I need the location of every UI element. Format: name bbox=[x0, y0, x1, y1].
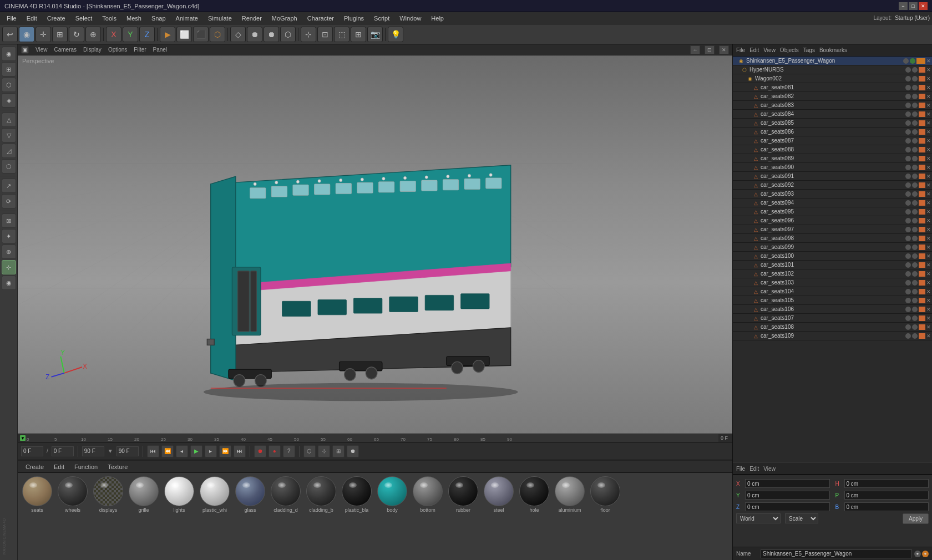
obj-render-20[interactable] bbox=[912, 245, 918, 250]
left-mode-btn-4[interactable]: ◈ bbox=[2, 93, 16, 108]
frame-start-input[interactable] bbox=[21, 446, 43, 456]
menu-select[interactable]: Select bbox=[71, 14, 97, 23]
obj-render-11[interactable] bbox=[912, 165, 918, 170]
obj-render-13[interactable] bbox=[912, 182, 918, 188]
left-mode-btn-3[interactable]: ⬡ bbox=[2, 78, 16, 92]
obj-render-2[interactable] bbox=[912, 85, 918, 90]
obj-menu-file[interactable]: File bbox=[736, 47, 745, 53]
obj-vis-13[interactable] bbox=[905, 182, 911, 188]
obj-row-13[interactable]: △ car_seats092 ✕ bbox=[733, 181, 932, 190]
menu-tools[interactable]: Tools bbox=[98, 14, 121, 23]
obj-row-3[interactable]: △ car_seats082 ✕ bbox=[733, 92, 932, 101]
material-item-cladding_b[interactable]: cladding_b bbox=[305, 476, 337, 513]
material-item-grille[interactable]: grille bbox=[128, 476, 160, 513]
obj-row-11[interactable]: △ car_seats090 ✕ bbox=[733, 163, 932, 172]
xray-btn[interactable]: ⊞ bbox=[351, 27, 366, 42]
obj-row-29[interactable]: △ car_seats108 ✕ bbox=[733, 323, 932, 332]
minimize-button[interactable]: − bbox=[899, 2, 908, 10]
prev-key-btn[interactable]: ◂ bbox=[176, 445, 188, 457]
timeline-ruler[interactable]: 0 5 10 15 20 25 30 35 40 45 50 55 bbox=[26, 434, 718, 442]
y-axis-button[interactable]: Y bbox=[123, 27, 138, 42]
coord-mode-select[interactable]: Scale Size bbox=[785, 513, 818, 523]
material-item-glass[interactable]: glass bbox=[234, 476, 266, 513]
obj-row-8[interactable]: △ car_seats087 ✕ bbox=[733, 136, 932, 145]
view-tab-cameras[interactable]: Cameras bbox=[52, 46, 79, 53]
obj-vis-29[interactable] bbox=[905, 324, 911, 330]
root-render-ctrl[interactable] bbox=[910, 58, 915, 64]
obj-render-26[interactable] bbox=[912, 298, 918, 303]
lower-tab-file[interactable]: File bbox=[736, 466, 745, 472]
menu-character[interactable]: Character bbox=[303, 14, 338, 23]
prev-frame-btn[interactable]: ⏪ bbox=[161, 445, 174, 457]
move-button[interactable]: ✛ bbox=[36, 27, 51, 42]
view-tab-options[interactable]: Options bbox=[106, 46, 129, 53]
material-item-wheels[interactable]: wheels bbox=[57, 476, 89, 513]
obj-vis-20[interactable] bbox=[905, 245, 911, 250]
render-region2-btn[interactable]: ⬛ bbox=[193, 27, 209, 42]
viewport[interactable]: Perspective bbox=[18, 55, 732, 434]
obj-render-27[interactable] bbox=[912, 307, 918, 312]
material-item-displays[interactable]: displays bbox=[92, 476, 124, 513]
obj-row-30[interactable]: △ car_seats109 ✕ bbox=[733, 332, 932, 340]
material-item-bottom[interactable]: bottom bbox=[412, 476, 444, 513]
obj-vis-30[interactable] bbox=[905, 333, 911, 339]
menu-help[interactable]: Help bbox=[427, 14, 448, 23]
obj-row-9[interactable]: △ car_seats088 ✕ bbox=[733, 145, 932, 154]
obj-vis-23[interactable] bbox=[905, 271, 911, 277]
left-mode-btn-7[interactable]: ◿ bbox=[2, 144, 16, 158]
obj-row-15[interactable]: △ car_seats094 ✕ bbox=[733, 198, 932, 207]
left-mode-btn-13[interactable]: ⊛ bbox=[2, 245, 16, 259]
obj-render-23[interactable] bbox=[912, 271, 918, 277]
name-field-input[interactable] bbox=[761, 549, 912, 558]
obj-vis-5[interactable] bbox=[905, 111, 911, 117]
obj-row-21[interactable]: △ car_seats100 ✕ bbox=[733, 252, 932, 261]
material-item-cladding_d[interactable]: cladding_d bbox=[270, 476, 302, 513]
anim-auto-btn[interactable]: ⏺ bbox=[264, 27, 279, 42]
obj-render-29[interactable] bbox=[912, 324, 918, 330]
obj-row-1[interactable]: ◉ Wagon002 ✕ bbox=[733, 74, 932, 83]
left-mode-btn-5[interactable]: △ bbox=[2, 113, 16, 127]
obj-vis-21[interactable] bbox=[905, 253, 911, 259]
material-item-steel[interactable]: steel bbox=[483, 476, 515, 513]
obj-menu-tags[interactable]: Tags bbox=[803, 47, 815, 53]
obj-render-4[interactable] bbox=[912, 103, 918, 108]
obj-render-14[interactable] bbox=[912, 191, 918, 197]
obj-vis-3[interactable] bbox=[905, 94, 911, 99]
render-btn[interactable]: ▶ bbox=[160, 27, 175, 42]
left-mode-btn-11[interactable]: ⊠ bbox=[2, 213, 16, 228]
scale-button[interactable]: ⊞ bbox=[52, 27, 68, 42]
render-region-btn[interactable]: ⬜ bbox=[176, 27, 192, 42]
anim-record-btn[interactable]: ⏺ bbox=[247, 27, 262, 42]
obj-render-25[interactable] bbox=[912, 289, 918, 294]
menu-snap[interactable]: Snap bbox=[147, 14, 170, 23]
menu-simulate[interactable]: Simulate bbox=[204, 14, 236, 23]
next-frame-btn[interactable]: ⏩ bbox=[219, 445, 231, 457]
obj-row-0[interactable]: ⬡ HyperNURBS ✕ bbox=[733, 65, 932, 74]
y-size-input[interactable] bbox=[844, 491, 929, 500]
material-item-seats[interactable]: seats bbox=[21, 476, 53, 513]
obj-render-19[interactable] bbox=[912, 236, 918, 241]
mat-tab-function[interactable]: Function bbox=[70, 462, 102, 471]
material-item-rubber[interactable]: rubber bbox=[447, 476, 479, 513]
obj-vis-28[interactable] bbox=[905, 315, 911, 321]
obj-render-24[interactable] bbox=[912, 280, 918, 286]
apply-button[interactable]: Apply bbox=[903, 513, 929, 524]
root-vis-ctrl[interactable] bbox=[903, 58, 909, 64]
material-item-floor[interactable]: floor bbox=[589, 476, 621, 513]
rotate-button[interactable]: ↻ bbox=[69, 27, 84, 42]
obj-row-10[interactable]: △ car_seats089 ✕ bbox=[733, 154, 932, 163]
obj-row-17[interactable]: △ car_seats096 ✕ bbox=[733, 216, 932, 225]
material-item-body[interactable]: body bbox=[376, 476, 408, 513]
obj-row-root[interactable]: ◉ Shinkansen_E5_Passenger_Wagon ✕ bbox=[733, 57, 932, 65]
frame-rate-input-2[interactable] bbox=[116, 446, 139, 456]
menu-file[interactable]: File bbox=[2, 14, 21, 23]
obj-row-5[interactable]: △ car_seats084 ✕ bbox=[733, 110, 932, 119]
obj-vis-27[interactable] bbox=[905, 307, 911, 312]
obj-vis-2[interactable] bbox=[905, 85, 911, 90]
obj-vis-25[interactable] bbox=[905, 289, 911, 294]
maximize-button[interactable]: □ bbox=[909, 2, 918, 10]
obj-render-8[interactable] bbox=[912, 138, 918, 144]
obj-vis-0[interactable] bbox=[905, 67, 911, 73]
obj-row-4[interactable]: △ car_seats083 ✕ bbox=[733, 101, 932, 110]
obj-row-12[interactable]: △ car_seats091 ✕ bbox=[733, 172, 932, 181]
